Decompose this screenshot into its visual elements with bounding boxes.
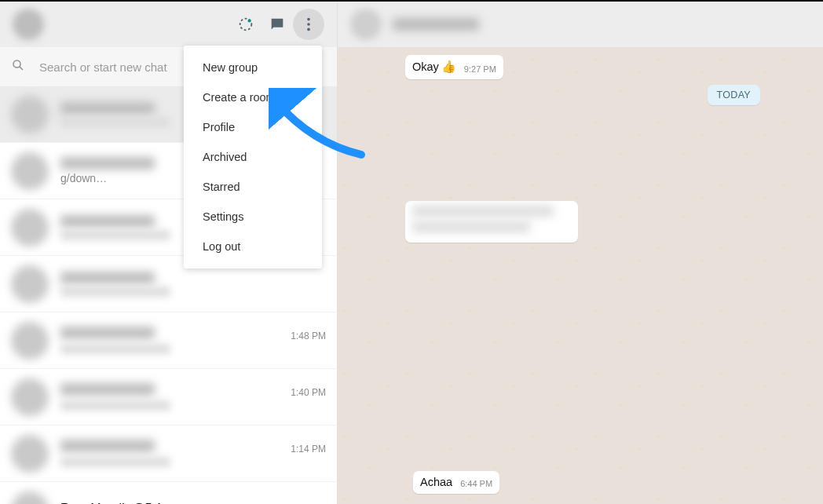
message-text: Achaa	[420, 476, 452, 488]
message-incoming[interactable]: Achaa 6:44 PM	[413, 471, 499, 494]
conversation-avatar	[350, 9, 382, 40]
menu-item-create-room[interactable]: Create a room	[184, 82, 322, 112]
overflow-menu: New group Create a room Profile Archived…	[184, 46, 322, 268]
conversation-pane: Okay👍 9:27 PM TODAY Achaa 6:44 PM	[338, 2, 823, 504]
chat-preview	[60, 287, 170, 297]
chat-avatar	[11, 491, 49, 505]
chat-avatar	[11, 152, 49, 190]
chat-name	[60, 102, 155, 115]
chat-preview	[60, 344, 170, 354]
menu-item-profile[interactable]: Profile	[184, 112, 322, 142]
chat-time: 1:48 PM	[291, 331, 326, 341]
new-chat-icon[interactable]	[262, 9, 293, 40]
svg-point-5	[13, 60, 20, 68]
thumbs-up-icon: 👍	[441, 60, 456, 73]
chat-item[interactable]: 1:40 PM	[0, 369, 337, 425]
message-text	[412, 221, 530, 232]
chat-name	[60, 215, 155, 228]
menu-item-logout[interactable]: Log out	[184, 232, 322, 261]
message-incoming[interactable]	[405, 201, 578, 243]
chat-item[interactable]: Ram Mandir @5 Augyesterday	[0, 482, 337, 504]
chat-avatar	[11, 378, 49, 416]
message-time: 9:27 PM	[464, 64, 496, 74]
chat-item[interactable]: 1:14 PM	[0, 425, 337, 482]
chat-preview	[60, 457, 170, 467]
own-avatar[interactable]	[13, 9, 44, 40]
chat-name	[60, 157, 155, 170]
svg-point-2	[307, 18, 310, 21]
messages-area: Okay👍 9:27 PM TODAY Achaa 6:44 PM	[338, 47, 823, 504]
conversation-header[interactable]	[338, 2, 823, 47]
menu-item-settings[interactable]: Settings	[184, 202, 322, 232]
chat-time: 1:14 PM	[291, 444, 326, 455]
chat-preview	[60, 117, 170, 127]
chat-preview	[60, 230, 170, 240]
sidebar-header	[0, 2, 337, 47]
chat-avatar	[11, 265, 49, 303]
chat-item[interactable]: 1:48 PM	[0, 312, 337, 369]
chat-avatar	[11, 96, 49, 133]
chat-avatar	[11, 322, 49, 360]
sidebar: g/down… 1:48 PM	[0, 2, 338, 504]
message-incoming[interactable]: Okay👍 9:27 PM	[405, 55, 503, 79]
conversation-title	[393, 18, 479, 31]
message-text	[412, 206, 554, 217]
day-separator: TODAY	[708, 85, 760, 105]
chat-name	[60, 383, 155, 396]
chat-avatar	[11, 209, 49, 247]
chat-name	[60, 327, 155, 339]
svg-point-1	[247, 19, 251, 22]
message-time: 6:44 PM	[460, 479, 492, 488]
message-text: Okay👍	[412, 60, 456, 74]
menu-item-starred[interactable]: Starred	[184, 172, 322, 202]
menu-item-new-group[interactable]: New group	[184, 53, 322, 82]
chat-time: 1:40 PM	[291, 387, 326, 398]
menu-icon[interactable]	[293, 9, 324, 40]
status-icon[interactable]	[230, 9, 262, 40]
chat-preview	[60, 400, 170, 411]
svg-point-4	[307, 28, 310, 31]
menu-item-archived[interactable]: Archived	[184, 142, 322, 172]
svg-line-6	[20, 67, 23, 70]
chat-avatar	[11, 435, 49, 473]
svg-point-3	[307, 23, 310, 26]
chat-name	[60, 272, 155, 284]
app-root: g/down… 1:48 PM	[0, 0, 823, 504]
search-icon	[11, 58, 25, 75]
chat-name	[60, 440, 155, 452]
background-pattern	[338, 47, 823, 504]
